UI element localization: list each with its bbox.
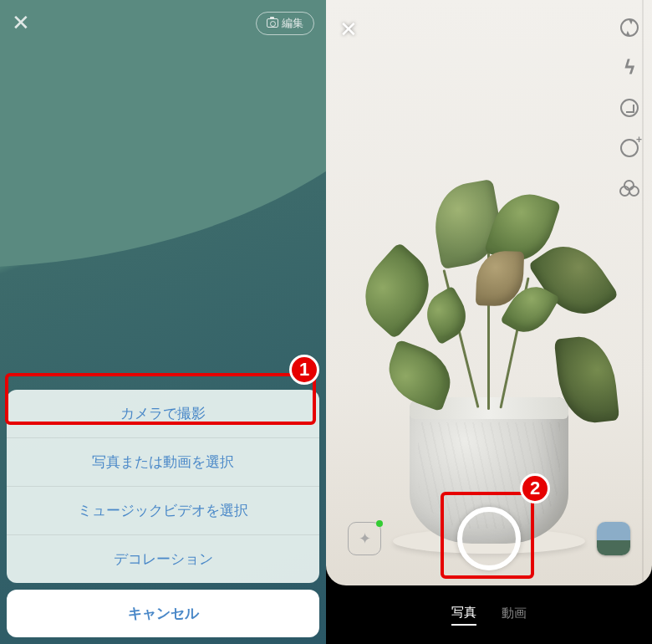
profile-background-screen: ✕ 編集 カメラで撮影 写真または動画を選択 ミュージックビデオを選択 デコレー… (0, 0, 326, 644)
wall-corner-line (642, 0, 644, 585)
mode-photo[interactable]: 写真 (451, 605, 476, 626)
camera-mode-tabs: 写真 動画 (326, 585, 652, 644)
camera-close-icon[interactable]: ✕ (339, 17, 358, 43)
annotation-badge-1: 1 (289, 355, 319, 385)
camera-bottom-controls: ✦ (326, 507, 652, 570)
shutter-button[interactable] (457, 507, 521, 570)
color-filter-icon[interactable] (619, 177, 640, 199)
mode-video[interactable]: 動画 (502, 606, 527, 625)
action-sheet: カメラで撮影 写真または動画を選択 ミュージックビデオを選択 デコレーション キ… (0, 383, 326, 644)
action-sheet-options: カメラで撮影 写真または動画を選択 ミュージックビデオを選択 デコレーション (7, 390, 319, 583)
close-icon[interactable]: ✕ (12, 10, 30, 36)
option-decoration[interactable]: デコレーション (7, 535, 319, 583)
option-camera[interactable]: カメラで撮影 (7, 390, 319, 438)
option-select-photo-video[interactable]: 写真または動画を選択 (7, 438, 319, 487)
camera-icon (267, 18, 278, 28)
decorative-curve (0, 0, 326, 268)
left-header: ✕ 編集 (0, 10, 326, 36)
camera-screen: ✕ ϟ ✦ 写真 動画 2 (326, 0, 652, 644)
plant-foliage (485, 401, 493, 410)
aspect-ratio-icon[interactable] (619, 97, 640, 119)
gallery-thumbnail[interactable] (597, 522, 630, 555)
annotation-badge-2: 2 (520, 473, 550, 503)
face-effect-icon[interactable] (619, 137, 640, 159)
camera-viewfinder: ✕ ϟ ✦ (326, 0, 652, 585)
switch-camera-icon[interactable] (619, 17, 640, 38)
effects-button[interactable]: ✦ (348, 522, 381, 555)
edit-button[interactable]: 編集 (256, 12, 314, 35)
edit-label: 編集 (282, 16, 303, 31)
flash-icon[interactable]: ϟ (619, 57, 640, 79)
cancel-button[interactable]: キャンセル (7, 590, 319, 637)
camera-side-controls: ϟ (619, 17, 640, 199)
option-music-video[interactable]: ミュージックビデオを選択 (7, 487, 319, 535)
